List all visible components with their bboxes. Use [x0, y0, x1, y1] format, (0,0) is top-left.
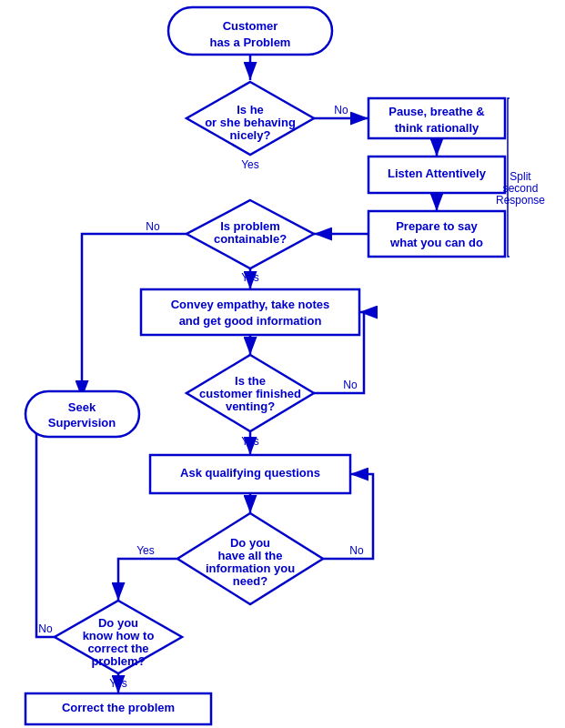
box4-label2: and get good information — [179, 314, 322, 328]
no-label-d5: No — [38, 622, 53, 635]
split-response-label: Split — [510, 170, 531, 183]
start-label: Customer — [223, 19, 278, 33]
box4-label: Convey empathy, take notes — [171, 298, 330, 311]
arrow-d5-no — [36, 419, 82, 637]
diamond2-label2: containable? — [214, 232, 287, 246]
no-label-d1: No — [334, 104, 348, 116]
seek-supervision-label: Seek — [68, 400, 96, 414]
diamond3-label: Is the — [235, 374, 266, 388]
yes-label-d5: Yes — [109, 677, 127, 690]
diamond3-label2: customer finished — [199, 387, 301, 400]
diamond5-label: Do you — [98, 616, 138, 630]
diamond4-label: Do you — [230, 536, 270, 550]
arrow-d4-yes — [118, 559, 177, 601]
diamond1-label: Is he — [237, 103, 264, 116]
diamond4-label4: need? — [233, 574, 267, 588]
diamond1-label3: nicely? — [230, 128, 271, 142]
diamond4-label2: have all the — [218, 549, 283, 562]
no-label-d3: No — [343, 379, 358, 391]
diamond5-label3: correct the — [87, 642, 148, 655]
diamond4-label3: information you — [206, 561, 295, 575]
box1-label: Pause, breathe & — [388, 105, 485, 118]
box3-label: Prepare to say — [396, 219, 478, 233]
diamond2-label: Is problem — [220, 219, 280, 233]
diamond1-label2: or she behaving — [205, 116, 296, 129]
end-label: Correct the problem — [62, 701, 175, 714]
no-label-d2: No — [146, 220, 160, 233]
box3-label2: what you can do — [389, 236, 483, 249]
box1-label2: think rationally — [395, 121, 479, 135]
diamond5-label2: know how to — [83, 629, 155, 642]
start-label2: has a Problem — [210, 35, 291, 49]
no-label-d4: No — [349, 544, 364, 557]
box2-label: Listen Attentively — [388, 167, 487, 180]
diamond5-label4: problem? — [91, 654, 145, 668]
diamond3-label3: venting? — [226, 399, 275, 413]
seek-supervision-label2: Supervision — [48, 416, 116, 430]
box5-label: Ask qualifying questions — [180, 466, 320, 480]
split-response-label3: Response — [496, 194, 545, 207]
yes-label-d4: Yes — [136, 544, 155, 557]
yes-label-d1: Yes — [241, 158, 259, 171]
box3-node — [368, 211, 505, 257]
box4-node — [141, 289, 359, 335]
